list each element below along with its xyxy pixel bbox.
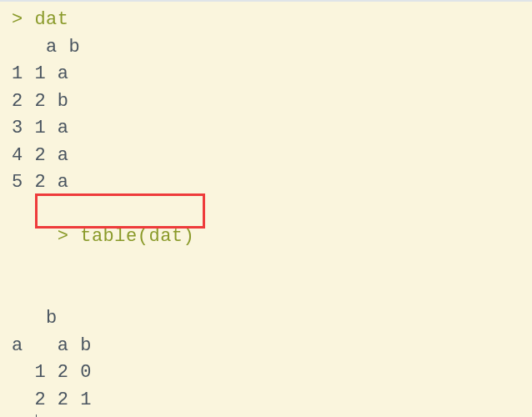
prompt-line-1: > dat [12, 7, 532, 34]
table-output-row: b [12, 305, 532, 333]
command-2: table(dat) [69, 226, 195, 247]
table-output-row: a a b [12, 333, 532, 360]
r-console[interactable]: > dat a b 1 1 a 2 2 b 3 1 a 4 2 a 5 2 a … [12, 7, 532, 417]
dat-header: a b [12, 34, 532, 62]
dat-row: 1 1 a [12, 61, 532, 88]
highlight-box [35, 193, 205, 229]
table-output-row: 1 2 0 [12, 359, 532, 387]
prompt-symbol: > [12, 9, 23, 30]
prompt-symbol: > [58, 226, 69, 247]
command-1: dat [23, 9, 69, 30]
dat-row: 5 2 a [12, 169, 532, 197]
table-output-row: 2 2 1 [12, 387, 532, 414]
prompt-line-3[interactable]: > [12, 414, 532, 417]
prompt-line-2: > table(dat) [12, 197, 194, 305]
dat-row: 3 1 a [12, 115, 532, 143]
dat-row: 2 2 b [12, 88, 532, 116]
dat-row: 4 2 a [12, 143, 532, 170]
